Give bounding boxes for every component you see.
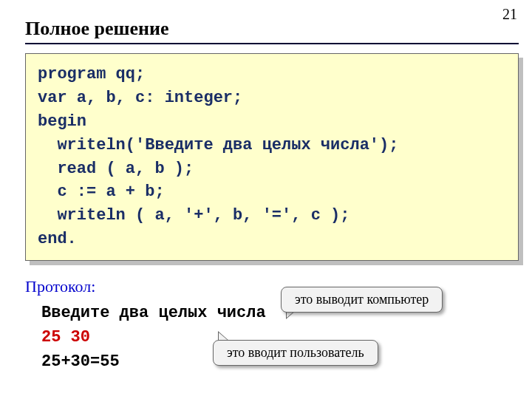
- callout-computer-outputs: это выводит компьютер: [281, 287, 443, 313]
- code-block: program qq; var a, b, c: integer; begin …: [25, 53, 519, 261]
- slide-title: Полное решение: [25, 18, 532, 40]
- protocol-label: Протокол:: [25, 277, 532, 296]
- title-underline: [25, 43, 519, 44]
- page-number: 21: [502, 6, 517, 23]
- code-content: program qq; var a, b, c: integer; begin …: [25, 53, 519, 261]
- callout-user-inputs: это вводит пользователь: [213, 340, 378, 366]
